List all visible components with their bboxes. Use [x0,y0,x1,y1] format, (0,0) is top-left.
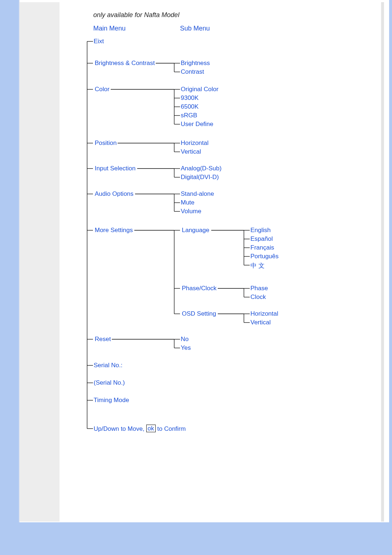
sub-original-color: Original Color [181,86,219,93]
sub2-english: English [250,227,271,234]
sub-9300k: 9300K [181,94,199,102]
main-color: Color [94,86,111,93]
sub-language: Language [181,227,211,234]
sub-vertical: Vertical [181,148,201,155]
main-reset: Reset [94,336,112,343]
sub-standalone: Stand-alone [181,190,214,198]
main-instruction: Up/Down to Move, ok to Confirm [94,425,186,433]
sub-horizontal: Horizontal [181,139,209,147]
sub-mute: Mute [181,199,195,206]
sub-reset-yes: Yes [181,344,191,352]
sub-reset-no: No [181,336,189,343]
sub2-osd-v: Vertical [250,319,271,326]
sub-contrast: Contrast [181,68,204,76]
note: only available for Nafta Model [93,11,179,19]
main-serial-no-value: (Serial No.) [94,379,125,386]
main-serial-no-label: Serial No.: [94,362,122,369]
sub-volume: Volume [181,208,201,215]
sub-brightness: Brightness [181,60,210,67]
sub-osd-setting: OSD Setting [181,310,217,317]
sub2-osd-h: Horizontal [250,310,278,317]
sub2-espanol: Español [250,235,273,243]
instruction-suffix: to Confirm [156,425,186,432]
sub2-phase: Phase [250,285,268,292]
sub2-chinese: 中 文 [250,262,265,270]
sub-menu-header: Sub Menu [180,25,210,32]
sub-digital: Digital(DVI-D) [181,174,219,181]
main-audio-options: Audio Options [94,190,135,198]
sub-srgb: sRGB [181,112,197,119]
diagram-content: only available for Nafta Model Main Menu… [19,2,389,522]
main-menu-header: Main Menu [93,25,126,32]
main-input-selection: Input Selection [94,165,136,172]
tree-connectors [19,2,389,522]
main-exit: Eixt [94,38,104,45]
main-brightness-contrast: Brightness & Contrast [94,60,156,67]
sub2-francais: Français [250,244,274,251]
sub-phase-clock: Phase/Clock [181,285,217,292]
instruction-prefix: Up/Down to Move, [94,425,146,432]
sub2-portugues: Português [250,253,279,260]
sub-analog: Analog(D-Sub) [181,165,221,172]
sub-user-define: User Define [181,121,213,128]
sub2-clock: Clock [250,293,266,301]
ok-box: ok [146,425,156,432]
main-position: Position [94,139,118,147]
sub-6500k: 6500K [181,103,199,110]
main-timing-mode: Timing Mode [94,397,129,404]
main-more-settings: More Settings [94,227,134,234]
